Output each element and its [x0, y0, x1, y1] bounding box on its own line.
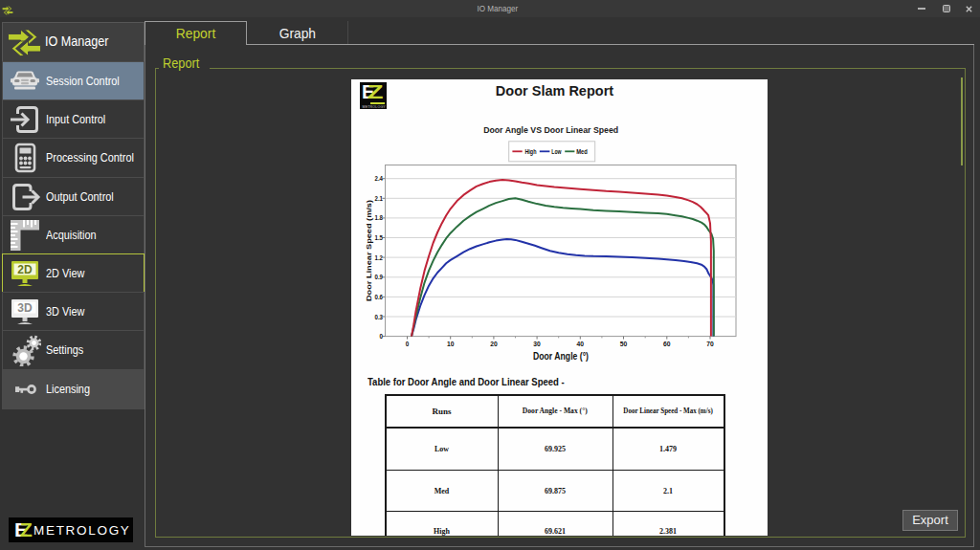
svg-text:Door Linear Speed (m/s): Door Linear Speed (m/s) [365, 200, 373, 301]
svg-text:50: 50 [620, 340, 628, 348]
svg-text:40: 40 [577, 340, 585, 348]
svg-text:10: 10 [447, 340, 455, 348]
svg-text:0: 0 [380, 332, 384, 341]
svg-text:0.6: 0.6 [375, 293, 384, 301]
svg-text:30: 30 [533, 340, 541, 348]
svg-text:70: 70 [706, 340, 714, 348]
svg-text:Door Angle (°): Door Angle (°) [533, 351, 589, 362]
svg-text:2.1: 2.1 [375, 194, 384, 203]
svg-text:2D: 2D [17, 263, 33, 276]
svg-text:0: 0 [406, 340, 410, 348]
svg-text:0.9: 0.9 [375, 273, 384, 281]
svg-text:1.8: 1.8 [375, 213, 384, 222]
svg-text:2.4: 2.4 [375, 174, 384, 183]
svg-text:60: 60 [663, 340, 671, 348]
svg-text:20: 20 [490, 340, 498, 348]
svg-text:Med: Med [576, 147, 588, 156]
svg-text:3D: 3D [17, 301, 33, 315]
svg-text:Low: Low [551, 147, 561, 156]
svg-text:1.5: 1.5 [375, 233, 384, 242]
svg-text:1.2: 1.2 [375, 253, 384, 262]
svg-text:0.3: 0.3 [375, 313, 384, 321]
svg-text:High: High [524, 147, 536, 156]
